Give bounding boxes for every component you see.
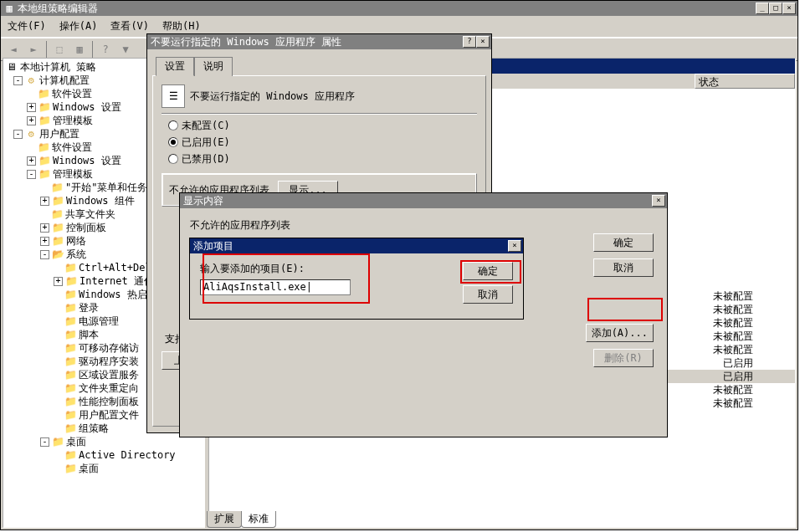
tree-item[interactable]: 管理模板 xyxy=(53,114,93,128)
tree-user-cfg[interactable]: 用户配置 xyxy=(39,127,79,141)
folder-icon: 📁 xyxy=(50,208,64,220)
tab-extended[interactable]: 扩展 xyxy=(207,511,242,528)
tab-explain[interactable]: 说明 xyxy=(194,57,233,76)
folder-icon: 📁 xyxy=(51,195,64,207)
menu-view[interactable]: 查看(V) xyxy=(107,18,152,35)
tree-system[interactable]: 系统 xyxy=(66,248,86,262)
add-label: 输入要添加的项目(E): xyxy=(200,262,446,276)
close-button[interactable]: × xyxy=(652,195,665,207)
folder-open-icon: 📂 xyxy=(51,248,64,260)
radio-disabled[interactable]: 已禁用(D) xyxy=(168,151,477,166)
folder-icon: 📁 xyxy=(37,141,50,153)
tree-item[interactable]: 管理模板 xyxy=(53,167,93,182)
folder-icon: 📁 xyxy=(37,88,50,100)
folder-icon: 📁 xyxy=(51,436,64,448)
menu-help[interactable]: 帮助(H) xyxy=(159,18,204,35)
tree-item[interactable]: 性能控制面板 xyxy=(79,395,139,409)
ok-button[interactable]: 确定 xyxy=(593,233,654,252)
tree-item[interactable]: 软件设置 xyxy=(52,87,92,101)
folder-icon: 📁 xyxy=(64,289,77,300)
main-title: 本地组策略编辑器 xyxy=(16,2,756,16)
cancel-button[interactable]: 取消 xyxy=(463,285,513,304)
expander[interactable]: + xyxy=(40,237,49,246)
folder-icon: 📁 xyxy=(64,409,77,421)
gear-icon: ⚙ xyxy=(24,128,38,140)
radio-not-configured[interactable]: 未配置(C) xyxy=(168,118,477,133)
minimize-button[interactable]: _ xyxy=(756,3,769,14)
tree-item[interactable]: 电源管理 xyxy=(79,315,119,329)
tree-item[interactable]: 控制面板 xyxy=(66,221,106,235)
maximize-button[interactable]: □ xyxy=(769,3,782,14)
tab-settings[interactable]: 设置 xyxy=(156,57,194,76)
menu-file[interactable]: 文件(F) xyxy=(4,18,49,35)
show-titlebar: 显示内容 × xyxy=(180,193,667,208)
expander[interactable]: - xyxy=(13,130,23,139)
expander[interactable]: + xyxy=(54,277,63,286)
folder-icon: 📁 xyxy=(38,101,51,113)
folder-icon: 📁 xyxy=(51,222,64,233)
close-button[interactable]: × xyxy=(782,3,796,14)
expander[interactable]: - xyxy=(40,250,49,259)
folder-icon: 📁 xyxy=(64,275,78,287)
tree-item[interactable]: 驱动程序安装 xyxy=(79,355,139,369)
tree-item[interactable]: 桌面 xyxy=(66,435,86,449)
menu-action[interactable]: 操作(A) xyxy=(56,18,101,35)
props-titlebar: 不要运行指定的 Windows 应用程序 属性 ? × xyxy=(147,34,491,49)
add-title: 添加项目 xyxy=(192,239,508,253)
expander[interactable]: + xyxy=(27,116,36,125)
tree-item[interactable]: 可移动存储访 xyxy=(79,341,139,356)
tree-item[interactable]: Windows 设置 xyxy=(53,154,121,168)
cancel-button[interactable]: 取消 xyxy=(593,258,654,277)
expander[interactable]: + xyxy=(27,156,36,166)
tree-item[interactable]: Windows 组件 xyxy=(66,194,135,208)
gear-icon: ⚙ xyxy=(24,74,38,86)
tree-item[interactable]: 桌面 xyxy=(79,462,99,476)
tree-item[interactable]: 脚本 xyxy=(79,328,99,342)
tree-item[interactable]: Windows 设置 xyxy=(53,100,121,115)
remove-button: 删除(R) xyxy=(593,349,654,367)
folder-icon: 📁 xyxy=(64,329,77,340)
folder-icon: 📁 xyxy=(64,449,77,461)
expander[interactable]: - xyxy=(13,76,23,85)
tree-computer-cfg[interactable]: 计算机配置 xyxy=(39,74,90,88)
expander[interactable]: + xyxy=(40,223,49,233)
expander[interactable]: - xyxy=(40,437,49,447)
tree-item[interactable]: 文件夹重定向 xyxy=(79,381,139,396)
tree-item[interactable]: 区域设置服务 xyxy=(79,368,139,382)
add-item-input[interactable]: AliAqsInstall.exe xyxy=(200,279,351,295)
tree-item[interactable]: Internet 通信 xyxy=(79,274,154,289)
expander[interactable]: + xyxy=(27,103,36,112)
tree-item[interactable]: "开始"菜单和任务栏 xyxy=(65,181,157,195)
col-status[interactable]: 状态 xyxy=(695,74,795,89)
folder-icon: 📁 xyxy=(38,115,51,126)
expander[interactable]: - xyxy=(27,170,36,179)
tree-item[interactable]: 用户配置文件 xyxy=(79,408,139,422)
expander[interactable]: + xyxy=(40,197,49,206)
ok-button[interactable]: 确定 xyxy=(463,262,513,280)
policy-name: 不要运行指定的 Windows 应用程序 xyxy=(190,90,355,104)
tree-item[interactable]: Ctrl+Alt+Del xyxy=(79,262,151,274)
tree-item[interactable]: 组策略 xyxy=(79,422,109,436)
tree-item[interactable]: Windows 热启 xyxy=(79,288,147,302)
tree-item[interactable]: Active Directory xyxy=(79,449,176,461)
close-button[interactable]: × xyxy=(476,36,490,48)
help-button[interactable]: ? xyxy=(463,36,476,48)
tree-root[interactable]: 本地计算机 策略 xyxy=(20,60,96,74)
tree-item[interactable]: 网络 xyxy=(66,234,86,248)
folder-icon: 📁 xyxy=(64,396,77,407)
tree-item[interactable]: 登录 xyxy=(79,301,99,315)
folder-icon: 📁 xyxy=(64,356,77,367)
add-button[interactable]: 添加(A)... xyxy=(586,324,654,342)
folder-icon: 📁 xyxy=(51,235,64,247)
tree-item[interactable]: 共享文件夹 xyxy=(65,207,115,222)
tab-standard[interactable]: 标准 xyxy=(241,511,276,528)
app-icon: ▦ xyxy=(3,3,16,14)
folder-icon: 📁 xyxy=(64,302,77,314)
add-titlebar: 添加项目 × xyxy=(190,238,523,253)
tree-item[interactable]: 软件设置 xyxy=(52,141,92,155)
folder-icon: 📁 xyxy=(64,382,77,394)
radio-enabled[interactable]: 已启用(E) xyxy=(168,135,477,150)
folder-icon: 📁 xyxy=(64,369,77,381)
close-button[interactable]: × xyxy=(508,240,521,252)
folder-icon: 📁 xyxy=(64,422,77,434)
